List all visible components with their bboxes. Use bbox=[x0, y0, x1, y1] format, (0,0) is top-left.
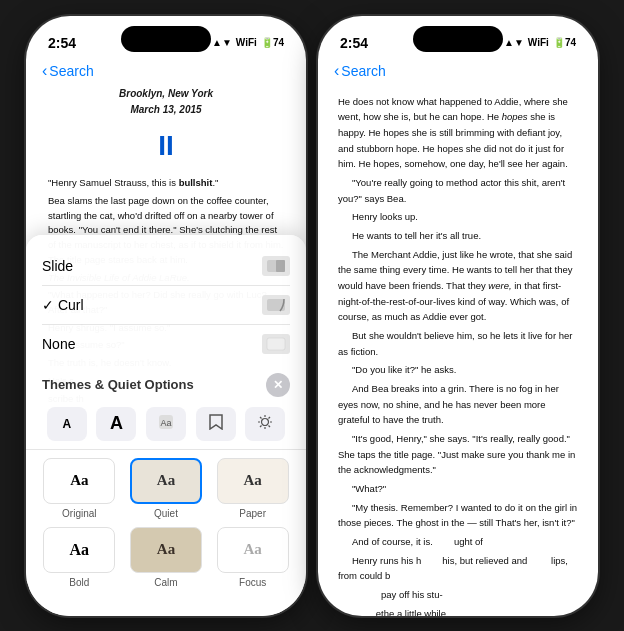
phones-container: 2:54 ▲▼ WiFi 🔋74 ‹ Search Brooklyn, New … bbox=[26, 16, 598, 616]
theme-calm-preview: Aa bbox=[130, 527, 202, 573]
reading-para-2: "You're really going to method actor thi… bbox=[338, 175, 578, 206]
reading-content: He does not know what happened to Addie,… bbox=[318, 86, 598, 616]
book-header: Brooklyn, New YorkMarch 13, 2015 bbox=[48, 86, 284, 118]
theme-quiet[interactable]: Aa Quiet bbox=[127, 458, 206, 519]
reading-para-9: "It's good, Henry," she says. "It's real… bbox=[338, 431, 578, 478]
svg-line-13 bbox=[269, 417, 271, 419]
theme-bold-text: Aa bbox=[70, 541, 90, 559]
bookmark-button[interactable] bbox=[196, 407, 236, 441]
reading-para-14: pay off his stu- bbox=[338, 587, 578, 603]
theme-focus-text: Aa bbox=[243, 541, 261, 558]
status-icons-right: ▲▼ WiFi 🔋74 bbox=[504, 37, 576, 48]
reading-para-8: And Bea breaks into a grin. There is no … bbox=[338, 381, 578, 428]
theme-original[interactable]: Aa Original bbox=[40, 458, 119, 519]
theme-focus[interactable]: Aa Focus bbox=[213, 527, 292, 588]
reading-para-10: "What?" bbox=[338, 481, 578, 497]
svg-rect-3 bbox=[267, 338, 285, 350]
reading-para-15: ethe a little while bbox=[338, 606, 578, 616]
font-decrease-button[interactable]: A bbox=[47, 407, 87, 441]
dynamic-island-right bbox=[413, 26, 503, 52]
theme-quiet-text: Aa bbox=[157, 472, 175, 489]
theme-quiet-preview: Aa bbox=[130, 458, 202, 504]
transition-row: Slide ✓ Curl None bbox=[26, 247, 306, 363]
theme-bold-label: Bold bbox=[69, 577, 89, 588]
font-small-label: A bbox=[62, 417, 71, 431]
back-label-left: Search bbox=[49, 63, 93, 79]
time-left: 2:54 bbox=[48, 35, 76, 51]
themes-label-row: Themes & Quiet Options ✕ bbox=[26, 367, 306, 403]
svg-text:Aa: Aa bbox=[160, 418, 171, 428]
transition-curl-label: ✓ Curl bbox=[42, 297, 84, 313]
svg-line-14 bbox=[260, 425, 262, 427]
themes-label: Themes & Quiet Options bbox=[42, 377, 194, 392]
transition-curl[interactable]: ✓ Curl bbox=[42, 286, 290, 325]
right-phone: 2:54 ▲▼ WiFi 🔋74 ‹ Search He does not kn… bbox=[318, 16, 598, 616]
brightness-button[interactable] bbox=[245, 407, 285, 441]
left-phone: 2:54 ▲▼ WiFi 🔋74 ‹ Search Brooklyn, New … bbox=[26, 16, 306, 616]
curl-icon bbox=[262, 295, 290, 315]
chapter-number: II bbox=[48, 124, 284, 169]
transition-none-label: None bbox=[42, 336, 75, 352]
font-large-label: A bbox=[110, 413, 123, 434]
font-style-button[interactable]: Aa bbox=[146, 407, 186, 441]
time-right: 2:54 bbox=[340, 35, 368, 51]
back-label-right: Search bbox=[341, 63, 385, 79]
theme-grid: Aa Original Aa Quiet Aa Paper bbox=[26, 450, 306, 592]
dynamic-island bbox=[121, 26, 211, 52]
reading-para-7: "Do you like it?" he asks. bbox=[338, 362, 578, 378]
reading-para-1: He does not know what happened to Addie,… bbox=[338, 94, 578, 172]
theme-paper[interactable]: Aa Paper bbox=[213, 458, 292, 519]
none-icon bbox=[262, 334, 290, 354]
theme-paper-preview: Aa bbox=[217, 458, 289, 504]
svg-point-6 bbox=[262, 418, 269, 425]
theme-quiet-label: Quiet bbox=[154, 508, 178, 519]
svg-line-12 bbox=[269, 425, 271, 427]
reading-para-6: But she wouldn't believe him, so he lets… bbox=[338, 328, 578, 359]
close-button[interactable]: ✕ bbox=[266, 373, 290, 397]
transition-slide-label: Slide bbox=[42, 258, 73, 274]
theme-calm-label: Calm bbox=[154, 577, 177, 588]
theme-bold-preview: Aa bbox=[43, 527, 115, 573]
back-button-left[interactable]: ‹ Search bbox=[42, 62, 94, 80]
transition-slide[interactable]: Slide bbox=[42, 247, 290, 286]
font-increase-button[interactable]: A bbox=[96, 407, 136, 441]
svg-line-11 bbox=[260, 417, 262, 419]
nav-bar-right: ‹ Search bbox=[318, 60, 598, 86]
theme-focus-label: Focus bbox=[239, 577, 266, 588]
slide-icon bbox=[262, 256, 290, 276]
transition-none[interactable]: None bbox=[42, 325, 290, 363]
theme-bold[interactable]: Aa Bold bbox=[40, 527, 119, 588]
reading-para-3: Henry looks up. bbox=[338, 209, 578, 225]
theme-paper-label: Paper bbox=[239, 508, 266, 519]
svg-rect-1 bbox=[276, 260, 285, 272]
svg-rect-2 bbox=[267, 299, 285, 311]
back-button-right[interactable]: ‹ Search bbox=[334, 62, 386, 80]
theme-original-text: Aa bbox=[70, 472, 88, 489]
brightness-icon bbox=[257, 414, 273, 434]
font-controls: A A Aa bbox=[26, 403, 306, 450]
nav-bar-left: ‹ Search bbox=[26, 60, 306, 86]
reading-para-11: "My thesis. Remember? I wanted to do it … bbox=[338, 500, 578, 531]
status-icons-left: ▲▼ WiFi 🔋74 bbox=[212, 37, 284, 48]
theme-original-preview: Aa bbox=[43, 458, 115, 504]
reading-para-4: He wants to tell her it's all true. bbox=[338, 228, 578, 244]
theme-original-label: Original bbox=[62, 508, 96, 519]
bottom-panel: Slide ✓ Curl None bbox=[26, 235, 306, 616]
font-style-icon: Aa bbox=[158, 414, 174, 433]
reading-para-13: Henry runs his h his, but relieved and l… bbox=[338, 553, 578, 584]
theme-calm[interactable]: Aa Calm bbox=[127, 527, 206, 588]
theme-focus-preview: Aa bbox=[217, 527, 289, 573]
back-arrow-icon: ‹ bbox=[42, 62, 47, 80]
theme-calm-text: Aa bbox=[157, 541, 175, 558]
back-arrow-icon-right: ‹ bbox=[334, 62, 339, 80]
reading-para-12: And of course, it is. ught of bbox=[338, 534, 578, 550]
reading-para-5: The Merchant Addie, just like he wrote, … bbox=[338, 247, 578, 325]
theme-paper-text: Aa bbox=[243, 472, 261, 489]
bookmark-icon bbox=[209, 414, 223, 434]
